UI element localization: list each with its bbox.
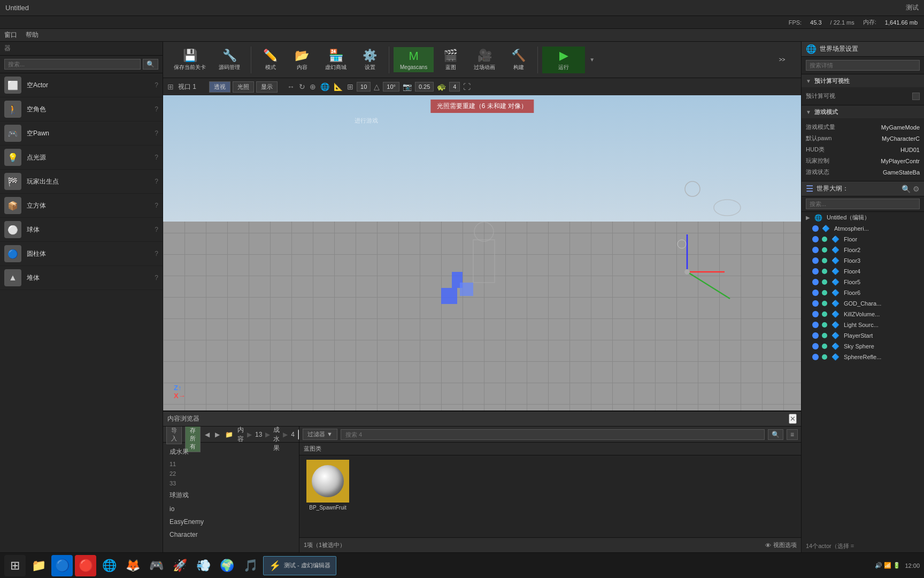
wo-item-floor6[interactable]: 🔷 Floor6	[802, 287, 924, 298]
outline-settings-button[interactable]: ⚙	[913, 185, 920, 193]
save-button[interactable]: 💾 保存当前关卡	[167, 47, 212, 73]
detail-search-bar	[802, 57, 924, 74]
vis-blue-godchar	[812, 300, 819, 307]
surface-icon[interactable]: 📐	[333, 81, 344, 92]
rotate-icon[interactable]: ↻	[298, 81, 306, 92]
actor-item-point-light[interactable]: 💡 点光源 ?	[0, 146, 163, 170]
taskbar-antivirus[interactable]: 🔴	[75, 555, 96, 576]
wo-item-atmosphere[interactable]: 🔷 Atmospheri...	[802, 223, 924, 234]
taskbar-browser[interactable]: 🔵	[51, 555, 73, 576]
asset-bp-spawnfruit[interactable]: BP_SpawnFruit	[304, 460, 352, 511]
camera-speed-icon[interactable]: 🐢	[436, 81, 447, 92]
lighting-button[interactable]: 光照	[233, 81, 254, 93]
angle-icon[interactable]: △	[373, 81, 381, 92]
actor-item-player-start[interactable]: 🏁 玩家出生点 ?	[0, 170, 163, 194]
outline-search-button[interactable]: 🔍	[902, 185, 911, 193]
precomputed-section-header[interactable]: ▼ 预计算可视性	[802, 74, 924, 87]
wo-item-floor5[interactable]: 🔷 Floor5	[802, 277, 924, 287]
precomputed-visibility-checkbox[interactable]	[912, 93, 920, 100]
taskbar-world[interactable]: 🌍	[216, 555, 237, 576]
fullscreen-icon[interactable]: ⛶	[462, 81, 472, 92]
taskbar-music[interactable]: 🎵	[240, 555, 261, 576]
view-options-label[interactable]: 视图选项	[773, 541, 797, 549]
actor-item-cylinder[interactable]: 🔵 圆柱体 ?	[0, 242, 163, 266]
scale-icon[interactable]: ⊕	[309, 81, 317, 92]
import-button[interactable]: 导入	[166, 427, 182, 444]
cb-folder-33[interactable]: 33	[163, 478, 299, 488]
wo-item-floor2[interactable]: 🔷 Floor2	[802, 245, 924, 255]
source-button[interactable]: 🔧 源码管理	[212, 47, 247, 73]
taskbar-firefox[interactable]: 🦊	[122, 555, 143, 576]
breadcrumb-folder[interactable]: 合成水果	[273, 427, 280, 453]
translate-icon[interactable]: ↔	[286, 81, 296, 92]
wo-item-killz[interactable]: 🔷 KillZVolume...	[802, 309, 924, 320]
cb-folder-11[interactable]: 11	[163, 459, 299, 469]
actor-item-sphere[interactable]: ⚪ 球体 ?	[0, 218, 163, 242]
wo-item-floor[interactable]: 🔷 Floor	[802, 234, 924, 245]
taskbar-explorer[interactable]: 📁	[28, 555, 49, 576]
content-button[interactable]: 📂 内容	[287, 47, 317, 73]
tag-blueprint-class[interactable]: 蓝图类	[304, 445, 321, 453]
nav-folder-button[interactable]: 📁	[224, 430, 234, 439]
blueprint-button[interactable]: 🎬 蓝图	[436, 47, 465, 73]
grid-snap-icon[interactable]: ⊞	[346, 81, 355, 92]
breadcrumb-13[interactable]: 13	[255, 431, 262, 438]
settings-button[interactable]: ⚙️ 设置	[355, 47, 384, 73]
actor-search-input[interactable]	[4, 59, 141, 70]
game-mode-section-header[interactable]: ▼ 游戏模式	[802, 105, 924, 118]
filter-button[interactable]: 过滤器 ▼	[303, 429, 337, 440]
taskbar-start-button[interactable]: ⊞	[4, 555, 26, 576]
actor-item-empty-pawn[interactable]: 🎮 空Pawn ?	[0, 121, 163, 146]
play-dropdown[interactable]: ▼	[587, 56, 597, 64]
show-button[interactable]: 显示	[256, 81, 278, 93]
cb-folder-22[interactable]: 22	[163, 469, 299, 478]
breadcrumb-content[interactable]: 内容	[237, 427, 244, 444]
content-browser-close[interactable]: ✕	[789, 414, 797, 424]
wo-item-sphere-refl[interactable]: 🔷 SphereRefle...	[802, 352, 924, 362]
cb-folder-character[interactable]: Character	[163, 528, 299, 541]
detail-search-input[interactable]	[806, 60, 920, 71]
taskbar-chrome[interactable]: 🌐	[98, 555, 120, 576]
cb-folder-easyenemy[interactable]: EasyEnemy	[163, 515, 299, 528]
wo-item-floor3[interactable]: 🔷 Floor3	[802, 255, 924, 266]
marketplace-button[interactable]: 🏪 虚幻商城	[319, 47, 353, 73]
nav-forward-button[interactable]: ▶	[214, 430, 221, 439]
cb-folder-io[interactable]: io	[163, 503, 299, 515]
content-view-button[interactable]: ≡	[787, 429, 798, 440]
build-button[interactable]: 🔨 构建	[504, 47, 533, 73]
wo-item-god-char[interactable]: 🔷 GOD_Chara...	[802, 298, 924, 309]
cinematics-button[interactable]: 🎥 过场动画	[467, 47, 502, 73]
test-button[interactable]: 测试	[906, 3, 919, 12]
wo-item-sky-sphere[interactable]: 🔷 Sky Sphere	[802, 341, 924, 352]
camera-icon[interactable]: 📷	[402, 81, 413, 92]
perspective-button[interactable]: 透视	[209, 81, 230, 93]
wo-item-untitled[interactable]: ▶ 🌐 Untitled（编辑）	[802, 212, 924, 223]
world-local-icon[interactable]: 🌐	[319, 81, 330, 92]
play-button[interactable]: ▶ 运行	[542, 47, 585, 73]
taskbar-steam[interactable]: 💨	[192, 555, 214, 576]
actor-search-button[interactable]: 🔍	[143, 59, 158, 70]
menu-window[interactable]: 窗口	[4, 31, 17, 40]
cb-folder-qiuyouxi[interactable]: 球游戏	[163, 488, 299, 503]
content-search-button[interactable]: 🔍	[768, 429, 783, 440]
actor-item-empty-actor[interactable]: ⬜ 空Actor ?	[0, 73, 163, 97]
wo-item-playerstart[interactable]: 🔷 PlayerStart	[802, 330, 924, 341]
taskbar-active-app[interactable]: ⚡ 测试 - 虚幻编辑器	[263, 556, 336, 575]
breadcrumb-4[interactable]: 4	[291, 431, 295, 438]
world-outline-search-input[interactable]	[806, 199, 920, 209]
wo-item-light-source[interactable]: 🔷 Light Sourc...	[802, 320, 924, 330]
taskbar-gamepad[interactable]: 🎮	[145, 555, 167, 576]
viewport-scene[interactable]: 光照需要重建（6 未和建 对像） 进行游戏 Z↑ X→	[163, 95, 801, 410]
floor5-type-icon: 🔷	[831, 278, 840, 286]
menu-help[interactable]: 帮助	[26, 31, 38, 40]
mode-button[interactable]: ✏️ 模式	[256, 47, 285, 73]
megascans-button[interactable]: M Megascans	[394, 47, 434, 72]
taskbar-ue-launcher[interactable]: 🚀	[169, 555, 190, 576]
nav-back-button[interactable]: ◀	[204, 430, 211, 439]
wo-item-floor4[interactable]: 🔷 Floor4	[802, 266, 924, 277]
actor-item-cube[interactable]: 📦 立方体 ?	[0, 194, 163, 218]
content-search-input[interactable]	[341, 429, 765, 440]
expand-button[interactable]: >>	[767, 55, 797, 65]
actor-item-cone[interactable]: ▲ 堆体 ?	[0, 266, 163, 290]
actor-item-empty-char[interactable]: 🚶 空角色 ?	[0, 97, 163, 121]
